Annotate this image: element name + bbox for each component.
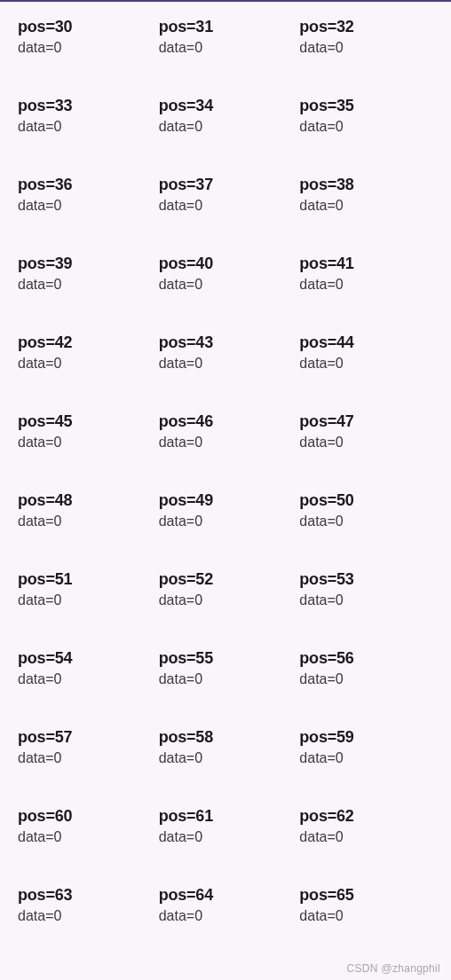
pos-label: pos=57 [18, 728, 152, 747]
pos-label: pos=58 [159, 728, 293, 747]
grid-cell: pos=34data=0 [159, 97, 293, 135]
pos-label: pos=37 [159, 176, 293, 194]
pos-label: pos=62 [299, 807, 433, 826]
grid-cell: pos=33data=0 [18, 97, 152, 135]
grid-cell: pos=39data=0 [18, 255, 152, 293]
data-label: data=0 [159, 277, 293, 293]
pos-label: pos=36 [18, 176, 152, 194]
pos-label: pos=44 [299, 333, 433, 352]
data-label: data=0 [299, 592, 433, 608]
pos-label: pos=56 [299, 649, 433, 668]
grid-cell: pos=59data=0 [299, 728, 433, 766]
data-label: data=0 [159, 198, 293, 214]
data-label: data=0 [159, 750, 293, 766]
grid-cell: pos=46data=0 [159, 412, 293, 451]
data-label: data=0 [299, 435, 433, 451]
grid-cell: pos=60data=0 [18, 807, 152, 845]
pos-label: pos=64 [159, 886, 293, 905]
data-label: data=0 [18, 198, 152, 214]
pos-label: pos=54 [18, 649, 152, 668]
data-label: data=0 [299, 514, 433, 529]
pos-label: pos=31 [159, 18, 293, 36]
pos-label: pos=52 [159, 570, 293, 589]
grid-cell: pos=40data=0 [159, 255, 293, 293]
pos-label: pos=47 [299, 412, 433, 431]
grid-cell: pos=57data=0 [18, 728, 152, 766]
pos-label: pos=53 [299, 570, 433, 589]
pos-label: pos=40 [159, 255, 293, 273]
data-grid: pos=30data=0pos=31data=0pos=32data=0pos=… [0, 2, 451, 942]
pos-label: pos=65 [299, 886, 433, 905]
watermark: CSDN @zhangphil [347, 962, 440, 975]
grid-cell: pos=32data=0 [299, 18, 433, 56]
grid-cell: pos=53data=0 [299, 570, 433, 608]
grid-cell: pos=36data=0 [18, 176, 152, 214]
grid-cell: pos=42data=0 [18, 333, 152, 372]
grid-cell: pos=35data=0 [299, 97, 433, 135]
pos-label: pos=41 [299, 255, 433, 273]
data-label: data=0 [18, 435, 152, 451]
data-label: data=0 [18, 829, 152, 845]
grid-cell: pos=31data=0 [159, 18, 293, 56]
grid-cell: pos=30data=0 [18, 18, 152, 56]
data-label: data=0 [159, 356, 293, 372]
data-label: data=0 [159, 514, 293, 529]
pos-label: pos=38 [299, 176, 433, 194]
data-label: data=0 [159, 40, 293, 56]
grid-cell: pos=50data=0 [299, 491, 433, 529]
data-label: data=0 [18, 750, 152, 766]
data-label: data=0 [299, 198, 433, 214]
grid-cell: pos=45data=0 [18, 412, 152, 451]
pos-label: pos=46 [159, 412, 293, 431]
pos-label: pos=39 [18, 255, 152, 273]
data-label: data=0 [18, 671, 152, 687]
data-label: data=0 [299, 671, 433, 687]
grid-cell: pos=61data=0 [159, 807, 293, 845]
grid-cell: pos=51data=0 [18, 570, 152, 608]
data-label: data=0 [18, 119, 152, 135]
data-label: data=0 [159, 829, 293, 845]
pos-label: pos=30 [18, 18, 152, 36]
data-label: data=0 [18, 514, 152, 529]
pos-label: pos=35 [299, 97, 433, 115]
pos-label: pos=33 [18, 97, 152, 115]
pos-label: pos=55 [159, 649, 293, 668]
pos-label: pos=59 [299, 728, 433, 747]
pos-label: pos=60 [18, 807, 152, 826]
data-label: data=0 [18, 40, 152, 56]
grid-cell: pos=52data=0 [159, 570, 293, 608]
grid-cell: pos=44data=0 [299, 333, 433, 372]
data-label: data=0 [159, 119, 293, 135]
data-label: data=0 [299, 119, 433, 135]
grid-cell: pos=64data=0 [159, 886, 293, 924]
data-label: data=0 [299, 829, 433, 845]
grid-cell: pos=49data=0 [159, 491, 293, 529]
pos-label: pos=45 [18, 412, 152, 431]
data-label: data=0 [299, 908, 433, 924]
grid-cell: pos=58data=0 [159, 728, 293, 766]
grid-cell: pos=38data=0 [299, 176, 433, 214]
grid-cell: pos=62data=0 [299, 807, 433, 845]
pos-label: pos=63 [18, 886, 152, 905]
pos-label: pos=50 [299, 491, 433, 510]
data-label: data=0 [159, 592, 293, 608]
grid-cell: pos=63data=0 [18, 886, 152, 924]
data-label: data=0 [159, 671, 293, 687]
data-label: data=0 [299, 356, 433, 372]
pos-label: pos=49 [159, 491, 293, 510]
grid-cell: pos=48data=0 [18, 491, 152, 529]
data-label: data=0 [18, 356, 152, 372]
data-label: data=0 [18, 592, 152, 608]
data-label: data=0 [299, 40, 433, 56]
data-label: data=0 [299, 277, 433, 293]
pos-label: pos=48 [18, 491, 152, 510]
pos-label: pos=43 [159, 333, 293, 352]
pos-label: pos=34 [159, 97, 293, 115]
grid-cell: pos=41data=0 [299, 255, 433, 293]
grid-cell: pos=43data=0 [159, 333, 293, 372]
data-label: data=0 [18, 277, 152, 293]
pos-label: pos=42 [18, 333, 152, 352]
pos-label: pos=61 [159, 807, 293, 826]
data-label: data=0 [299, 750, 433, 766]
grid-cell: pos=37data=0 [159, 176, 293, 214]
